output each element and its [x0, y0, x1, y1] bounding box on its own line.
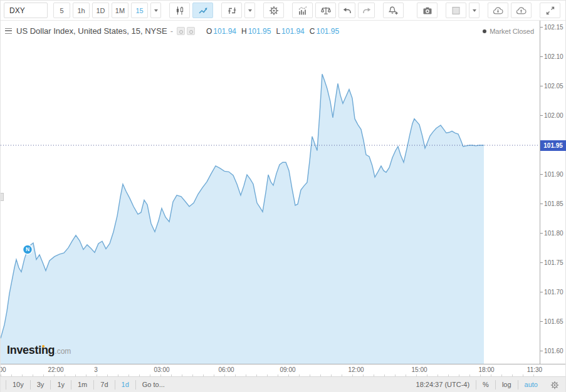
- logo-suffix: .com: [55, 347, 71, 356]
- undo-button[interactable]: [338, 3, 355, 18]
- time-tick-label: 00: [1, 366, 6, 373]
- price-tick-label: 102.10: [544, 53, 563, 60]
- range-button-3y[interactable]: 3y: [31, 380, 51, 389]
- interval-label: 1M: [115, 7, 125, 14]
- interval-label: 15: [135, 7, 143, 14]
- chevron-down-icon: [248, 9, 252, 12]
- price-tick-label: 101.75: [544, 259, 563, 266]
- layout-dropdown-button[interactable]: [469, 3, 480, 18]
- bottom-toolbar: 10y 3y 1y 1m 7d 1d Go to... 18:24:37 (UT…: [1, 376, 565, 392]
- open-label: O: [206, 27, 212, 36]
- time-axis[interactable]: 0022:00303:0006:0009:0012:0015:0018:0011…: [1, 364, 565, 376]
- candlestick-chart-button[interactable]: [169, 3, 190, 18]
- low-value: 101.94: [281, 27, 305, 36]
- fullscreen-button[interactable]: [540, 3, 560, 18]
- price-tick-label: 101.85: [544, 200, 563, 207]
- price-tick-label: 102.05: [544, 83, 563, 90]
- indicators-button[interactable]: [292, 3, 313, 18]
- investing-logo: Investing.com: [7, 344, 71, 357]
- range-button-10y[interactable]: 10y: [6, 380, 31, 389]
- last-price-badge: 101.95: [540, 140, 566, 151]
- gear-icon: [269, 6, 279, 16]
- fullscreen-icon: [545, 6, 555, 16]
- legend-title: US Dollar Index, United States, 15, NYSE: [16, 26, 167, 36]
- range-button-1d-selected[interactable]: 1d: [115, 380, 136, 389]
- time-tick-label: 22:00: [48, 366, 63, 373]
- alert-bell-icon: [388, 6, 399, 16]
- time-tick-label: 09:00: [280, 366, 295, 373]
- symbol-input[interactable]: DXY: [4, 3, 48, 18]
- redo-arrow-icon: [362, 6, 372, 16]
- ohlc-values: O101.94 H101.95 L101.94 C101.95: [201, 27, 339, 36]
- cloud-upload-icon: [516, 6, 527, 16]
- layout-template-button[interactable]: [446, 3, 466, 18]
- logo-text: Investing: [7, 344, 55, 356]
- settings-button[interactable]: [263, 3, 284, 18]
- range-button-1y[interactable]: 1y: [51, 380, 71, 389]
- interval-button-5m[interactable]: 5: [53, 3, 70, 18]
- chart-plot-area[interactable]: N US Dollar Index, United States, 15, NY…: [1, 21, 540, 364]
- chart-widget-window: DXY 5 1h 1D 1M 15: [0, 0, 566, 392]
- price-tick-label: 101.90: [544, 171, 563, 178]
- range-button-7d[interactable]: 7d: [94, 380, 115, 389]
- price-tick-label: 101.60: [544, 348, 563, 354]
- line-chart-button-selected[interactable]: [192, 3, 213, 18]
- time-tick-label: 12:00: [348, 366, 364, 373]
- menu-trigram-icon[interactable]: [5, 28, 12, 34]
- interval-dropdown-button[interactable]: [150, 3, 161, 18]
- chart-main-region: N US Dollar Index, United States, 15, NY…: [1, 21, 565, 364]
- market-status-label: Market Closed: [490, 28, 534, 35]
- auto-scale-button[interactable]: auto: [518, 380, 544, 389]
- log-scale-button[interactable]: log: [496, 380, 518, 389]
- chart-style-dropdown-button[interactable]: [244, 3, 255, 18]
- price-area-chart: N: [1, 21, 540, 364]
- time-tick-label: 11:30: [527, 366, 542, 373]
- save-layout-button[interactable]: [511, 3, 532, 18]
- top-toolbar: DXY 5 1h 1D 1M 15: [1, 1, 565, 21]
- layout-square-icon: [451, 6, 461, 16]
- bottom-toolbar-right: 18:24:37 (UTC-4) % log auto: [410, 380, 560, 389]
- clock-label: 18:24:37 (UTC-4): [410, 380, 477, 389]
- interval-label: 1D: [96, 7, 105, 14]
- logo-orange-dot: [42, 345, 45, 348]
- redo-button[interactable]: [358, 3, 375, 18]
- price-tick-label: 102.15: [544, 24, 563, 31]
- legend-style-icon[interactable]: [177, 27, 185, 35]
- interval-button-15m-selected[interactable]: 15: [131, 3, 148, 18]
- toolbar-right-group: [417, 3, 565, 18]
- gear-icon: [550, 381, 559, 389]
- step-style-icon: [227, 6, 237, 16]
- candlestick-icon: [175, 6, 185, 16]
- chart-style-steps-button[interactable]: [221, 3, 242, 18]
- axis-settings-button[interactable]: [544, 381, 560, 389]
- interval-label: 5: [60, 7, 63, 14]
- price-tick-label: 101.65: [544, 318, 563, 325]
- interval-button-1m[interactable]: 1M: [112, 3, 128, 18]
- chart-legend: US Dollar Index, United States, 15, NYSE…: [5, 26, 339, 36]
- low-label: L: [276, 27, 280, 36]
- market-status: Market Closed: [483, 28, 534, 35]
- undo-arrow-icon: [342, 6, 352, 16]
- percent-scale-button[interactable]: %: [476, 380, 496, 389]
- range-button-1m[interactable]: 1m: [71, 380, 94, 389]
- legend-settings-icon[interactable]: [187, 27, 195, 35]
- close-value: 101.95: [316, 27, 339, 36]
- indicators-icon: [298, 6, 308, 16]
- price-tick-label: 101.70: [544, 289, 563, 296]
- compare-button[interactable]: [315, 3, 336, 18]
- market-status-dot-icon: [483, 29, 486, 33]
- price-axis[interactable]: 101.95 102.15102.10102.05102.00101.95101…: [540, 21, 565, 364]
- time-tick-label: 03:00: [154, 366, 169, 373]
- interval-button-1h[interactable]: 1h: [73, 3, 90, 18]
- left-edge-toolbar-handle[interactable]: [1, 193, 4, 201]
- load-layout-button[interactable]: [488, 3, 508, 18]
- interval-label: 1h: [77, 7, 85, 14]
- snapshot-button[interactable]: [417, 3, 438, 18]
- add-alert-button[interactable]: [383, 3, 404, 18]
- go-to-button[interactable]: Go to...: [136, 380, 171, 389]
- scales-icon: [321, 6, 331, 16]
- camera-icon: [422, 6, 432, 16]
- interval-button-1d[interactable]: 1D: [92, 3, 109, 18]
- symbol-text: DXY: [9, 6, 25, 15]
- time-tick-label: 06:00: [218, 366, 234, 373]
